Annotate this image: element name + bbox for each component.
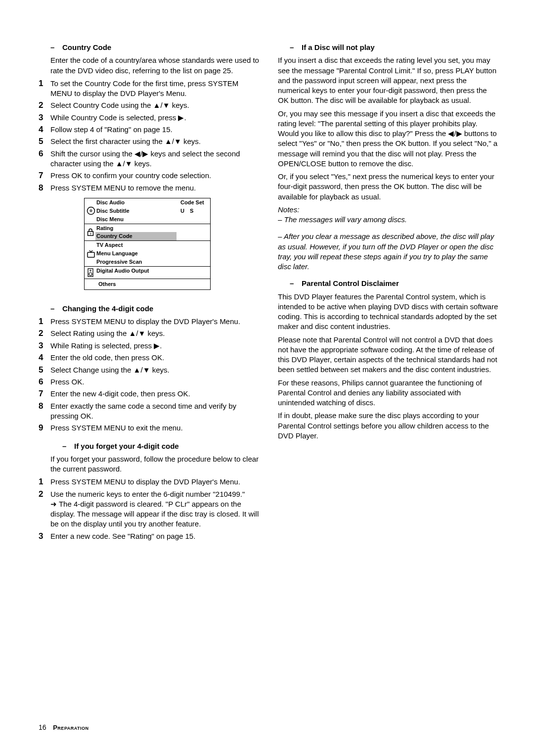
step-text: Follow step 4 of "Rating" on page 15. <box>50 125 260 135</box>
parental-p3: For these reasons, Philips cannot guaran… <box>278 378 499 408</box>
heading-text: Parental Control Disclaimer <box>302 279 399 288</box>
heading-text: Country Code <box>62 43 111 52</box>
step-text: Press SYSTEM MENU to exit the menu. <box>50 423 260 433</box>
disc-not-play-p2: Or, you may see this message if you inse… <box>278 109 499 169</box>
parental-p1: This DVD Player features the Parental Co… <box>278 292 499 332</box>
step-text: While Country Code is selected, press ▶. <box>50 113 260 123</box>
menu-item: Disc Subtitle <box>95 207 177 215</box>
step-number: 6 <box>39 377 50 387</box>
svg-point-1 <box>90 210 92 212</box>
step-text: Select the first character using the ▲/▼… <box>50 137 260 146</box>
disc-not-play-p3: Or, if you select "Yes," next press the … <box>278 172 499 202</box>
step-text: To set the Country Code for the first ti… <box>50 79 260 99</box>
step-result: ➜ The 4-digit password is cleared. "P CL… <box>50 500 259 528</box>
notes-heading: Notes: <box>278 205 499 215</box>
step-text: While Rating is selected, press ▶. <box>50 341 260 351</box>
speaker-icon <box>87 268 94 278</box>
page-number: 16 <box>39 723 46 731</box>
svg-point-0 <box>88 207 95 215</box>
menu-item: Progressive Scan <box>95 258 177 266</box>
step-number: 7 <box>39 389 50 399</box>
menu-item: Digital Audio Output <box>95 266 177 279</box>
step-text: Press OK to confirm your country code se… <box>50 171 260 181</box>
forget-code-intro: If you forget your password, follow the … <box>39 454 260 474</box>
dash: – <box>290 43 295 52</box>
code-set-value: U S <box>177 207 210 215</box>
step-text: Enter exactly the same code a second tim… <box>50 401 260 422</box>
step-number: 3 <box>39 113 50 123</box>
step-number: 2 <box>39 489 50 529</box>
step-number: 7 <box>39 171 50 181</box>
step-number: 1 <box>39 79 50 99</box>
heading-text: Changing the 4-digit code <box>62 304 153 314</box>
step-number: 5 <box>39 137 50 146</box>
step-text: Select Change using the ▲/▼ keys. <box>50 365 260 375</box>
step-number: 8 <box>39 401 50 422</box>
dash: – <box>290 279 295 288</box>
dash: – <box>50 304 55 314</box>
svg-rect-4 <box>88 252 94 257</box>
step-number: 2 <box>39 100 50 110</box>
lock-icon: ? <box>87 228 94 236</box>
note-2: – After you clear a message as described… <box>278 232 499 272</box>
disc-not-play-p1: If you insert a disc that exceeds the ra… <box>278 55 499 105</box>
menu-item: Disc Menu <box>95 215 177 224</box>
menu-item: Menu Language <box>95 249 177 258</box>
step-number: 5 <box>39 365 50 375</box>
dash: – <box>62 441 67 451</box>
parental-p4: If in doubt, please make sure the disc p… <box>278 411 499 441</box>
step-text: Press OK. <box>50 377 260 387</box>
menu-item: Disc Audio <box>95 198 177 207</box>
changing-code-steps: 1Press SYSTEM MENU to display the DVD Pl… <box>39 317 260 433</box>
step-text: Enter the new 4-digit code, then press O… <box>50 389 260 399</box>
step-text: Enter the old code, then press OK. <box>50 353 260 363</box>
step-number: 6 <box>39 149 50 169</box>
step-number: 4 <box>39 353 50 363</box>
step-number: 3 <box>39 531 50 541</box>
code-set-label: Code Set <box>177 198 210 207</box>
step-text: Press SYSTEM MENU to display the DVD Pla… <box>50 477 260 487</box>
step-text: Use the numeric keys to enter the 6-digi… <box>50 490 245 498</box>
country-code-intro: Enter the code of a country/area whose s… <box>39 55 260 76</box>
menu-item-selected: Country Code <box>95 232 177 240</box>
menu-others: Others <box>85 279 210 289</box>
heading-disc-not-play: – If a Disc will not play <box>278 43 499 52</box>
svg-point-7 <box>90 270 91 272</box>
dash: – <box>50 43 55 52</box>
step-text: Select Rating using the ▲/▼ keys. <box>50 329 260 338</box>
menu-item: TV Aspect <box>95 241 177 249</box>
page-footer: 16 Preparation <box>39 723 89 732</box>
svg-point-6 <box>89 273 92 276</box>
forget-code-steps: 1Press SYSTEM MENU to display the DVD Pl… <box>39 477 260 541</box>
osd-menu-diagram: Disc Audio Code Set Disc Subtitle U S Di… <box>84 198 211 290</box>
step-number: 4 <box>39 125 50 135</box>
step-text: Press SYSTEM MENU to remove the menu. <box>50 183 260 193</box>
parental-p2: Please note that Parental Control will n… <box>278 335 499 375</box>
disc-icon <box>87 206 95 215</box>
svg-text:?: ? <box>89 233 91 236</box>
country-code-steps: 1To set the Country Code for the first t… <box>39 79 260 193</box>
step-text: Shift the cursor using the ◀/▶ keys and … <box>50 149 260 169</box>
heading-text: If you forget your 4-digit code <box>74 441 179 451</box>
heading-country-code: – Country Code <box>39 43 260 52</box>
step-number: 8 <box>39 183 50 193</box>
step-number: 3 <box>39 341 50 351</box>
step-text: Select Country Code using the ▲/▼ keys. <box>50 100 260 110</box>
step-text: Press SYSTEM MENU to display the DVD Pla… <box>50 317 260 327</box>
step-number: 9 <box>39 423 50 433</box>
step-number: 1 <box>39 477 50 487</box>
heading-changing-code: – Changing the 4-digit code <box>39 304 260 314</box>
tv-icon <box>87 249 95 258</box>
step-number: 1 <box>39 317 50 327</box>
heading-text: If a Disc will not play <box>302 43 375 52</box>
menu-item: Rating <box>95 224 177 232</box>
step-number: 2 <box>39 329 50 338</box>
section-name: Preparation <box>53 724 89 731</box>
step-text: Enter a new code. See "Rating" on page 1… <box>50 531 260 541</box>
note-1: – The messages will vary among discs. <box>278 215 499 225</box>
heading-forget-code: – If you forget your 4-digit code <box>39 441 260 451</box>
heading-parental-disclaimer: – Parental Control Disclaimer <box>278 279 499 288</box>
